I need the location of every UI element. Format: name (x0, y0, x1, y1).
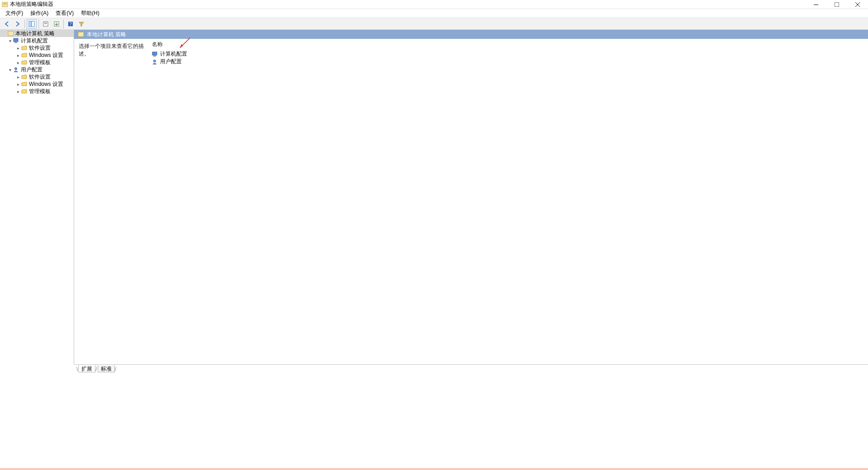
chevron-right-icon[interactable]: ▸ (15, 89, 21, 94)
toolbar: ? (0, 18, 868, 30)
svg-text:?: ? (69, 22, 72, 27)
folder-icon (21, 81, 28, 87)
svg-line-23 (180, 38, 190, 48)
svg-rect-7 (29, 21, 31, 27)
menu-help[interactable]: 帮助(H) (77, 9, 103, 18)
chevron-right-icon[interactable]: ▸ (15, 53, 21, 58)
menu-bar: 文件(F) 操作(A) 查看(V) 帮助(H) (0, 9, 868, 18)
export-list-button[interactable] (52, 19, 61, 29)
chevron-right-icon[interactable]: ▸ (15, 82, 21, 87)
menu-view[interactable]: 查看(V) (52, 9, 77, 18)
computer-icon (13, 38, 20, 44)
maximize-button[interactable] (826, 0, 847, 9)
menu-action[interactable]: 操作(A) (27, 9, 52, 18)
chevron-right-icon[interactable]: ▸ (15, 75, 21, 80)
folder-icon (21, 45, 28, 51)
details-header: 本地计算机 策略 (74, 30, 868, 39)
status-bar (0, 468, 868, 470)
details-title: 本地计算机 策略 (87, 31, 126, 38)
tree-node-label: 本地计算机 策略 (15, 30, 55, 38)
svg-rect-3 (814, 5, 818, 5)
back-button[interactable] (2, 19, 12, 29)
tree-node-user-config[interactable]: ▾ 用户配置 (0, 66, 74, 73)
title-bar: 本地组策略编辑器 (0, 0, 868, 9)
list-item-label: 用户配置 (160, 58, 182, 66)
svg-marker-24 (180, 44, 183, 48)
tree-node-label: Windows 设置 (29, 80, 63, 88)
user-icon (13, 66, 20, 73)
svg-rect-4 (835, 2, 839, 7)
tree-node-label: 软件设置 (29, 44, 51, 52)
policy-icon (7, 30, 14, 37)
tree-node-label: 用户配置 (21, 66, 42, 74)
chevron-right-icon[interactable]: ▸ (15, 60, 21, 65)
svg-rect-8 (32, 21, 34, 27)
user-icon (152, 59, 158, 65)
close-button[interactable] (847, 0, 868, 9)
toolbar-separator (24, 19, 25, 28)
folder-icon (21, 88, 28, 94)
tree-node-software-settings[interactable]: ▸ 软件设置 (0, 44, 74, 52)
minimize-button[interactable] (806, 0, 826, 9)
help-button[interactable]: ? (66, 19, 75, 29)
svg-point-22 (154, 60, 156, 62)
forward-button[interactable] (13, 19, 23, 29)
tab-extended[interactable]: 扩展 (78, 365, 95, 372)
svg-rect-20 (152, 52, 157, 55)
description-column: 选择一个项目来查看它的描述。 (74, 39, 149, 364)
list-column: 名称 计算机配置 用户配置 (149, 39, 868, 364)
tree-node-label: 管理模板 (29, 59, 51, 66)
svg-rect-15 (8, 31, 14, 36)
tree-pane: 本地计算机 策略 ▾ 计算机配置 ▸ 软件设置 ▸ Windows 设置 ▸ (0, 30, 74, 364)
svg-rect-17 (14, 42, 17, 43)
list-item-label: 计算机配置 (160, 50, 187, 58)
list-item-computer-config[interactable]: 计算机配置 (152, 50, 865, 58)
tree-node-label: 计算机配置 (21, 37, 48, 45)
folder-icon (21, 59, 28, 66)
svg-rect-11 (44, 24, 47, 24)
chevron-down-icon[interactable]: ▾ (7, 67, 13, 72)
tree-node-root[interactable]: 本地计算机 策略 (0, 30, 74, 37)
annotation-arrow-icon (177, 37, 191, 51)
folder-icon (21, 52, 28, 58)
svg-rect-19 (78, 32, 84, 37)
show-tree-button[interactable] (27, 19, 37, 29)
list-item-user-config[interactable]: 用户配置 (152, 58, 865, 66)
tab-standard[interactable]: 标准 (98, 365, 115, 372)
view-tabs: \ 扩展 / 标准 / (74, 364, 868, 372)
tree-node-label: 软件设置 (29, 73, 51, 81)
svg-point-18 (15, 68, 17, 70)
tree-node-admin-templates[interactable]: ▸ 管理模板 (0, 59, 74, 66)
svg-rect-2 (3, 4, 7, 5)
filter-button[interactable] (76, 19, 86, 29)
svg-rect-10 (44, 23, 47, 23)
toolbar-separator (63, 19, 64, 28)
chevron-right-icon[interactable]: ▸ (15, 46, 21, 51)
folder-icon (21, 74, 28, 80)
description-text: 选择一个项目来查看它的描述。 (79, 43, 144, 57)
properties-button[interactable] (41, 19, 51, 29)
computer-icon (152, 52, 158, 57)
menu-file[interactable]: 文件(F) (2, 9, 27, 18)
tree-node-label: 管理模板 (29, 88, 51, 95)
tree-node-admin-templates-user[interactable]: ▸ 管理模板 (0, 88, 74, 95)
details-pane: 本地计算机 策略 选择一个项目来查看它的描述。 名称 计算机配置 用 (74, 30, 868, 364)
svg-rect-16 (14, 38, 18, 42)
svg-rect-1 (3, 3, 7, 4)
window-title: 本地组策略编辑器 (10, 0, 53, 8)
chevron-down-icon[interactable]: ▾ (7, 38, 13, 43)
tree-node-computer-config[interactable]: ▾ 计算机配置 (0, 37, 74, 44)
policy-icon (78, 31, 84, 38)
svg-rect-21 (153, 56, 156, 56)
toolbar-separator (38, 19, 39, 28)
tree-node-software-settings-user[interactable]: ▸ 软件设置 (0, 73, 74, 80)
tree-node-windows-settings-user[interactable]: ▸ Windows 设置 (0, 80, 74, 88)
app-icon (2, 1, 8, 8)
tree-node-label: Windows 设置 (29, 52, 63, 59)
column-header-name[interactable]: 名称 (152, 41, 163, 48)
tree-node-windows-settings[interactable]: ▸ Windows 设置 (0, 52, 74, 59)
